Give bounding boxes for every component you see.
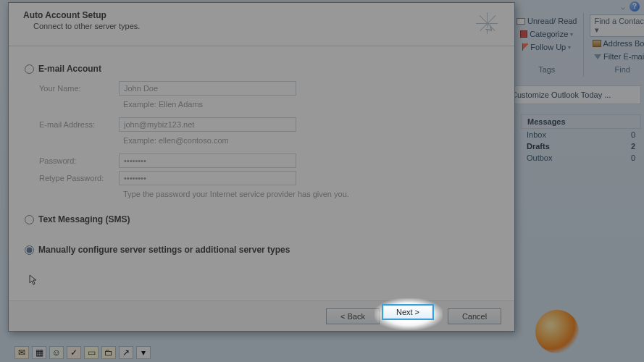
option-text-messaging[interactable]: Text Messaging (SMS) [25,214,498,224]
address-book-label: Address Book [603,39,645,48]
retype-password-input [119,171,296,185]
address-book-button[interactable]: Address Book [590,38,645,49]
chevron-down-icon: ▾ [568,44,571,51]
nav-shortcuts-icon[interactable]: ↗ [119,346,133,359]
dialog-subtitle: Connect to other server types. [33,22,500,30]
messages-row-label: Outbox [527,153,552,162]
follow-up-label: Follow Up [530,43,566,51]
nav-calendar-icon[interactable]: ▦ [32,346,46,359]
auto-account-setup-dialog: Auto Account Setup Connect to other serv… [8,2,515,332]
ribbon-collapse-icon[interactable]: ⌵ [621,3,625,11]
help-icon[interactable]: ? [630,1,640,12]
envelope-icon [517,18,525,25]
retype-password-label: Retype Password: [39,174,119,182]
follow-up-button[interactable]: Follow Up ▾ [519,41,574,53]
nav-more-icon[interactable]: ▾ [136,346,151,359]
email-address-example: Example: ellen@contoso.com [119,135,498,146]
messages-row-inbox[interactable]: Inbox 0 [521,129,641,140]
option-manual-configure[interactable]: Manually configure server settings or ad… [25,245,498,255]
dialog-button-row: < Back Next > Cancel [9,300,514,331]
dialog-click-burst-icon [472,9,501,38]
your-name-label: Your Name: [39,84,119,93]
window-top-right: ⌵ ? [621,0,644,13]
email-form-block: Your Name: Example: Ellen Adams E-mail A… [39,81,498,200]
option-manual-configure-label: Manually configure server settings or ad… [38,245,290,255]
dialog-title: Auto Account Setup [23,10,500,20]
nav-people-icon[interactable]: ☺ [49,346,64,359]
funnel-icon [594,54,601,59]
messages-row-label: Inbox [527,130,546,139]
decorative-orb [535,310,579,353]
your-name-input [119,81,296,96]
back-button[interactable]: < Back [326,308,380,324]
messages-row-label: Drafts [527,142,550,151]
ribbon-group-label-find: Find [615,64,630,75]
password-input [119,153,296,168]
email-address-label: E-mail Address: [39,120,119,129]
chevron-down-icon: ▾ [570,31,573,38]
option-email-account[interactable]: E-mail Account [25,64,498,74]
option-text-messaging-label: Text Messaging (SMS) [38,214,130,224]
cursor-pointer-icon [29,274,38,286]
dialog-header: Auto Account Setup Connect to other serv… [9,3,514,46]
messages-row-outbox[interactable]: Outbox 0 [521,152,641,164]
your-name-example: Example: Ellen Adams [119,98,498,110]
categorize-button[interactable]: Categorize ▾ [517,28,576,40]
filter-email-button[interactable]: Filter E-mail ▾ [591,51,644,62]
ribbon-group-tags: Unread/ Read Categorize ▾ Follow Up ▾ Ta… [511,13,584,77]
messages-row-count: 2 [631,142,635,151]
option-email-account-label: E-mail Account [38,64,101,74]
categorize-label: Categorize [530,30,568,38]
ribbon-right: Unread/ Read Categorize ▾ Follow Up ▾ Ta… [511,13,641,77]
chevron-down-icon: ▾ [595,25,599,34]
messages-box: Messages Inbox 0 Drafts 2 Outbox 0 [503,114,641,164]
flag-icon [522,43,528,51]
nav-folder-icon[interactable]: 🗀 [101,346,116,359]
email-address-input [119,117,296,132]
messages-row-count: 0 [631,153,635,162]
customize-outlook-today-button[interactable]: Customize Outlook Today ... [503,85,641,104]
radio-email-account[interactable] [25,64,34,74]
ribbon-group-label-tags: Tags [538,64,555,75]
dialog-body: E-mail Account Your Name: Example: Ellen… [9,46,514,300]
radio-manual-configure[interactable] [25,245,34,255]
messages-row-drafts[interactable]: Drafts 2 [521,140,641,152]
find-contact-input[interactable]: Find a Contact ▾ [590,14,645,37]
nav-tasks-icon[interactable]: ✓ [67,346,81,359]
password-label: Password: [39,156,119,165]
filter-email-label: Filter E-mail [603,52,644,61]
category-icon [520,30,527,38]
nav-notes-icon[interactable]: ▭ [84,346,99,359]
address-book-icon [593,40,601,47]
password-hint: Type the password your Internet service … [119,188,498,200]
unread-read-button[interactable]: Unread/ Read [514,15,580,27]
messages-header: Messages [521,114,641,129]
nav-mail-icon[interactable]: ✉ [14,346,29,359]
cancel-button[interactable]: Cancel [448,308,501,324]
find-contact-label: Find a Contact [595,17,645,25]
ribbon-group-find: Find a Contact ▾ Address Book Filter E-m… [587,13,645,77]
messages-row-count: 0 [631,130,635,139]
unread-read-label: Unread/ Read [527,17,577,25]
outlook-today-panel: Customize Outlook Today ... Messages Inb… [503,85,641,164]
next-button-highlighted[interactable]: Next > [382,304,434,320]
radio-text-messaging[interactable] [25,215,34,224]
navigation-switcher: ✉ ▦ ☺ ✓ ▭ 🗀 ↗ ▾ [14,346,151,359]
